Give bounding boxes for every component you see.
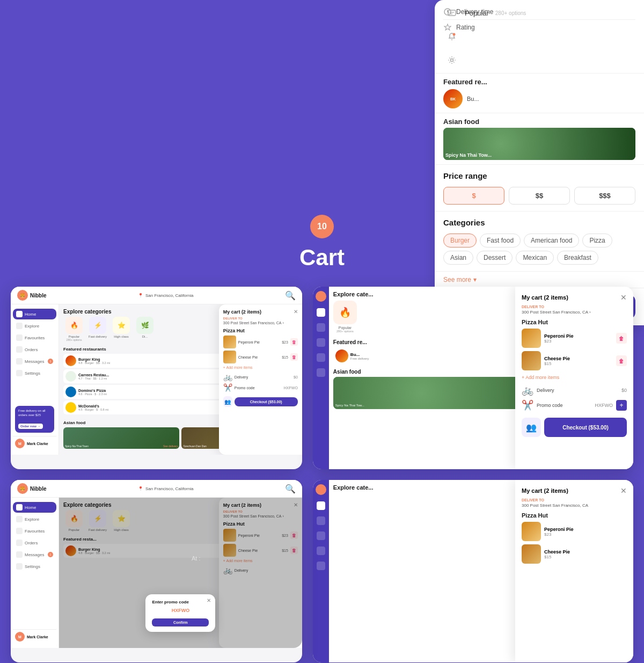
messages-icon — [16, 358, 23, 365]
sidebar-home-bl[interactable]: Home — [13, 502, 56, 513]
sidebar-item-explore[interactable]: Explore — [13, 320, 56, 331]
large-peperoni-img — [522, 329, 541, 348]
purple-sidebar-br — [313, 480, 329, 662]
checkout-btn[interactable]: Checkout ($53.00) — [235, 397, 298, 406]
large-delivery-price: $0 — [621, 388, 627, 393]
large-peperoni-delete[interactable]: 🗑 — [616, 333, 627, 344]
sidebar-orders-bl[interactable]: Orders — [13, 537, 56, 548]
br-cart-close[interactable]: ✕ — [620, 486, 627, 495]
asian-food-image: Spicy Na Thai Tow... — [443, 128, 635, 160]
sidebar-item-favourites[interactable]: Favourites — [13, 332, 56, 343]
cart-title: Cart — [299, 245, 345, 271]
sidebar-orders-br[interactable] — [317, 547, 325, 555]
peperoni-delete-btn[interactable]: 🗑 — [290, 338, 298, 346]
sidebar-settings-icon[interactable] — [317, 368, 325, 377]
sidebar-settings-br[interactable] — [317, 562, 325, 570]
promo-banner: Free delivery on all orders over $25 Ord… — [15, 406, 54, 433]
spicy-thai-label: Spicy Na Thai Town — [65, 445, 89, 448]
price-btn-mid[interactable]: $$ — [509, 187, 570, 205]
orders-label: Orders — [25, 347, 38, 352]
sidebar-item-messages[interactable]: Messages 1 — [13, 356, 56, 367]
sidebar-explore-br[interactable] — [317, 516, 325, 525]
deliver-address: 300 Post Street San Francisco, CA › — [223, 321, 298, 325]
user-row: M Mark Clarke — [13, 436, 56, 450]
large-promo-label: Promo code — [537, 403, 563, 408]
sidebar-explore-bl[interactable]: Explore — [13, 514, 56, 524]
messages-label-bl: Messages — [25, 552, 44, 557]
filter-settings-row — [443, 52, 635, 69]
rating-label: Rating — [456, 24, 475, 31]
promo-label: Promo code — [235, 386, 255, 390]
promo-modal-close[interactable]: ✕ — [207, 598, 211, 603]
br-deliver-addr: 300 Post Street San Francisco, CA — [522, 503, 627, 508]
spicy-thai-img: Spicy Na Thai Town See delivery — [63, 427, 179, 449]
search-icon[interactable]: 🔍 — [285, 290, 296, 301]
sidebar-fav-icon[interactable] — [317, 338, 325, 347]
large-peperoni-name: Peperoni Pie — [544, 333, 613, 339]
cat-fast-delivery: ⚡ Fast delivery — [87, 317, 108, 341]
large-cart-item-1: Peperoni Pie $23 🗑 — [522, 329, 627, 348]
price-btn-low[interactable]: $ — [443, 187, 504, 205]
sidebar-settings-bl[interactable]: Settings — [13, 561, 56, 572]
sidebar-burger-icon — [316, 291, 326, 302]
sidebar-item-settings[interactable]: Settings — [13, 368, 56, 378]
confirm-btn[interactable]: Confirm — [152, 618, 209, 626]
messages-badge: 1 — [48, 359, 53, 364]
large-popular-cat: 🔥 Popular 280+ options — [333, 301, 357, 333]
large-popular-label: Popular — [333, 326, 357, 330]
cat-di: 🌿 Di... — [134, 317, 156, 341]
large-popular-sub: 280+ options — [333, 330, 357, 333]
cart-close-btn[interactable]: ✕ — [294, 309, 298, 315]
messages-label: Messages — [25, 359, 44, 364]
topbar-right: 🔍 — [285, 290, 296, 301]
bk-logo-mini — [65, 355, 76, 366]
large-promo-plus[interactable]: + — [616, 400, 627, 411]
sidebar-home-icon[interactable] — [317, 308, 325, 317]
location-text: San Francisco, California — [145, 293, 193, 298]
cart-delivery-row: 🚲 Delivery $0 — [223, 373, 298, 381]
app-logo-bl: 🍔 Nibble — [17, 483, 47, 494]
purple-sidebar — [313, 287, 329, 469]
large-add-more[interactable]: + Add more items — [522, 375, 627, 380]
sidebar-messages-bl[interactable]: Messages 1 — [13, 549, 56, 560]
large-checkout-btn[interactable]: Checkout ($53.00) — [544, 418, 627, 437]
large-cheese-img — [522, 351, 541, 370]
large-group-btn[interactable]: 👥 — [522, 418, 541, 437]
location-pin-bl: 📍 — [138, 486, 143, 491]
app-sidebar: Home Explore Favourites Orders — [11, 304, 59, 455]
app-topbar-bl: 🍔 Nibble 📍 San Francisco, California 🔍 — [11, 480, 302, 498]
sidebar-item-home[interactable]: Home — [13, 309, 56, 319]
location-text-bl: San Francisco, California — [145, 486, 193, 491]
sidebar-orders-icon[interactable] — [317, 353, 325, 362]
large-popular-icon: 🔥 — [333, 301, 357, 324]
sidebar-explore-icon[interactable] — [317, 323, 325, 332]
price-btn-high[interactable]: $$$ — [574, 187, 635, 205]
search-icon-bl[interactable]: 🔍 — [285, 484, 296, 494]
orders-icon — [16, 346, 23, 353]
large-cart-item-2: Cheese Pie $15 🗑 — [522, 351, 627, 370]
app-topbar-left: 🍔 Nibble 📍 San Francisco, California 🔍 — [11, 287, 302, 304]
cheese-delete-btn[interactable]: 🗑 — [290, 353, 298, 361]
promo-banner-btn[interactable]: Order now → — [18, 424, 43, 429]
cart-overlay: My cart (2 items) ✕ DELIVER TO 300 Post … — [219, 304, 302, 455]
cat-popular: 🔥 Popular 280+ options — [63, 317, 85, 341]
user-name: Mark Clarke — [27, 442, 48, 446]
sidebar-fav-br[interactable] — [317, 531, 325, 540]
nibble-dot-bl: 🍔 — [17, 483, 28, 494]
large-cheese-delete[interactable]: 🗑 — [616, 355, 627, 366]
deliver-address-text: 300 Post Street San Francisco, CA — [223, 321, 282, 325]
home-label-bl: Home — [25, 505, 36, 510]
sidebar-item-orders[interactable]: Orders — [13, 344, 56, 355]
delivery-label: Delivery — [235, 375, 248, 379]
sidebar-home-br[interactable] — [317, 501, 325, 510]
spicy-label: Spicy Na Thai Tow... — [445, 152, 492, 158]
settings-icon-bl — [16, 563, 23, 570]
add-more-link[interactable]: + Add more items — [223, 366, 298, 369]
large-cart-main-br: Explore cate... My cart (2 items) ✕ DELI… — [329, 480, 633, 662]
promo-modal: ✕ Enter promo code HXFWO Confirm — [145, 594, 215, 632]
group-order-icon[interactable]: 👥 — [223, 396, 232, 407]
large-cart-close[interactable]: ✕ — [620, 293, 627, 302]
cart-panels-row-1: 🍔 Nibble 📍 San Francisco, California 🔍 — [0, 287, 644, 469]
app-name: Nibble — [30, 293, 47, 298]
sidebar-fav-bl[interactable]: Favourites — [13, 526, 56, 536]
